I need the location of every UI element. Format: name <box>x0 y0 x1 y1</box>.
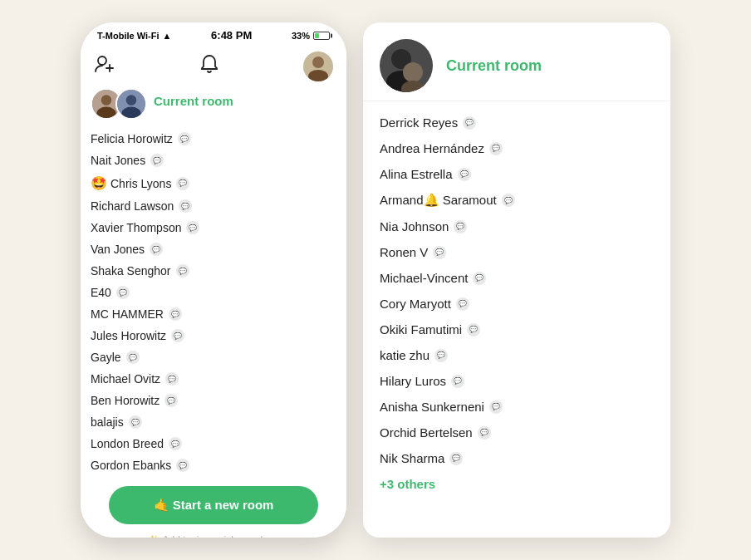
right-member-name: Michael-Vincent <box>380 271 468 285</box>
right-member-item[interactable]: Okiki Famutimi 💬 <box>380 317 654 342</box>
member-name: Xavier Thompson <box>91 221 181 234</box>
start-room-button[interactable]: 🤙 Start a new room <box>109 486 318 524</box>
right-member-item[interactable]: Anisha Sunkerneni 💬 <box>380 394 654 420</box>
right-member-item[interactable]: Derrick Reyes 💬 <box>380 110 654 135</box>
add-person-button[interactable] <box>94 53 115 80</box>
member-name: MC HAMMER <box>91 307 164 321</box>
chat-bubble-icon: 💬 <box>169 307 182 321</box>
member-item[interactable]: Michael Ovitz 💬 <box>91 368 336 390</box>
right-chat-bubble-icon: 💬 <box>478 426 491 440</box>
right-member-name: Anisha Sunkerneni <box>380 400 484 414</box>
member-name: Richard Lawson <box>91 199 174 213</box>
right-member-name: Cory Maryott <box>380 297 451 311</box>
right-member-item[interactable]: Ronen V 💬 <box>380 239 654 265</box>
right-member-name: Hilary Luros <box>380 374 446 388</box>
member-name: Nait Jones <box>91 154 145 167</box>
chat-bubble-icon: 💬 <box>176 264 189 278</box>
member-name: Jules Horowitz <box>91 329 166 342</box>
right-member-item[interactable]: Nia Johnson 💬 <box>380 214 654 239</box>
status-bar: T-Mobile Wi-Fi ▲ 6:48 PM 33% <box>81 22 346 45</box>
member-emoji: 🤩 <box>91 175 107 191</box>
right-member-item[interactable]: Hilary Luros 💬 <box>380 368 654 394</box>
svg-point-11 <box>121 107 140 120</box>
right-member-name: Armand🔔 Saramout <box>380 193 497 208</box>
right-member-name: katie zhu <box>380 348 429 362</box>
svg-point-4 <box>312 56 324 68</box>
member-name: Gayle <box>91 351 121 364</box>
chat-bubble-icon: 💬 <box>186 221 199 234</box>
add-topic-label[interactable]: ✨ Add topic or pick speakers <box>91 534 336 538</box>
member-item[interactable]: Ben Horowitz 💬 <box>91 390 336 411</box>
avatars-stack <box>91 88 147 120</box>
member-name: Van Jones <box>91 243 145 256</box>
current-room-label: Current room <box>154 94 233 108</box>
right-members-list: Derrick Reyes 💬 Andrea Hernández 💬 Alina… <box>363 101 670 538</box>
right-member-name: Nia Johnson <box>380 219 449 233</box>
chat-bubble-icon: 💬 <box>165 372 179 386</box>
chat-bubble-icon: 💬 <box>169 437 182 450</box>
member-name: balajis <box>91 415 124 429</box>
others-label[interactable]: +3 others <box>380 471 654 497</box>
member-name: Michael Ovitz <box>91 372 160 386</box>
member-item[interactable]: Richard Lawson 💬 <box>91 195 336 217</box>
notification-bell-icon[interactable] <box>199 53 219 80</box>
right-chat-bubble-icon: 💬 <box>463 116 476 130</box>
member-item[interactable]: Gordon Ebanks 💬 <box>91 454 336 476</box>
chat-bubble-icon: 💬 <box>126 351 140 364</box>
chat-bubble-icon: 💬 <box>178 132 191 145</box>
right-member-name: Okiki Famutimi <box>380 322 462 336</box>
right-member-item[interactable]: katie zhu 💬 <box>380 342 654 368</box>
right-chat-bubble-icon: 💬 <box>456 297 469 311</box>
right-member-item[interactable]: Michael-Vincent 💬 <box>380 265 654 291</box>
member-item[interactable]: Van Jones 💬 <box>91 238 336 260</box>
battery-percentage: 33% <box>292 31 310 41</box>
right-member-name: Orchid Bertelsen <box>380 425 473 440</box>
right-chat-bubble-icon: 💬 <box>433 246 446 259</box>
right-member-name: Ronen V <box>380 245 428 259</box>
member-name: Gordon Ebanks <box>91 459 171 472</box>
right-member-item[interactable]: Cory Maryott 💬 <box>380 291 654 317</box>
carrier-text: T-Mobile Wi-Fi <box>97 31 159 41</box>
member-item[interactable]: Jules Horowitz 💬 <box>91 325 336 346</box>
chat-bubble-icon: 💬 <box>150 154 164 167</box>
right-chat-bubble-icon: 💬 <box>473 272 486 285</box>
right-member-name: Nik Sharma <box>380 451 444 465</box>
member-item[interactable]: MC HAMMER 💬 <box>91 303 336 325</box>
right-chat-bubble-icon: 💬 <box>467 323 480 336</box>
right-avatar <box>380 39 433 92</box>
member-item[interactable]: Nait Jones 💬 <box>91 150 336 171</box>
right-member-item[interactable]: Armand🔔 Saramout 💬 <box>380 187 654 214</box>
member-item[interactable]: 🤩 Chris Lyons 💬 <box>91 171 336 195</box>
right-chat-bubble-icon: 💬 <box>434 349 448 362</box>
chat-bubble-icon: 💬 <box>129 415 142 429</box>
member-item[interactable]: Xavier Thompson 💬 <box>91 217 336 238</box>
wifi-icon: ▲ <box>162 31 171 41</box>
right-member-item[interactable]: Orchid Bertelsen 💬 <box>380 420 654 445</box>
member-item[interactable]: Gayle 💬 <box>91 346 336 368</box>
chat-bubble-icon: 💬 <box>176 459 189 472</box>
member-list: Felicia Horowitz 💬 Nait Jones 💬 🤩 Chris … <box>91 128 336 476</box>
member-item[interactable]: E40 💬 <box>91 282 336 303</box>
member-name: Ben Horowitz <box>91 394 160 407</box>
right-room-title: Current room <box>446 57 542 75</box>
right-member-item[interactable]: Andrea Hernández 💬 <box>380 135 654 161</box>
right-member-item[interactable]: Alina Estrella 💬 <box>380 161 654 187</box>
right-chat-bubble-icon: 💬 <box>458 168 471 181</box>
right-member-name: Derrick Reyes <box>380 115 458 130</box>
member-item[interactable]: Felicia Horowitz 💬 <box>91 128 336 150</box>
right-chat-bubble-icon: 💬 <box>502 194 515 207</box>
member-item[interactable]: Shaka Senghor 💬 <box>91 260 336 282</box>
member-item[interactable]: London Breed 💬 <box>91 433 336 454</box>
right-chat-bubble-icon: 💬 <box>449 452 463 465</box>
chat-bubble-icon: 💬 <box>116 286 130 299</box>
member-name: E40 <box>91 286 111 299</box>
member-item[interactable]: balajis 💬 <box>91 411 336 433</box>
right-member-name: Alina Estrella <box>380 167 453 181</box>
phone-mockup: T-Mobile Wi-Fi ▲ 6:48 PM 33% <box>81 22 346 538</box>
member-name: Felicia Horowitz <box>91 132 173 145</box>
battery-icon <box>313 32 330 40</box>
avatar-2 <box>115 88 147 120</box>
right-member-item[interactable]: Nik Sharma 💬 <box>380 445 654 471</box>
user-avatar[interactable] <box>303 52 333 81</box>
phone-content: Current room Felicia Horowitz 💬 Nait Jon… <box>81 88 346 538</box>
